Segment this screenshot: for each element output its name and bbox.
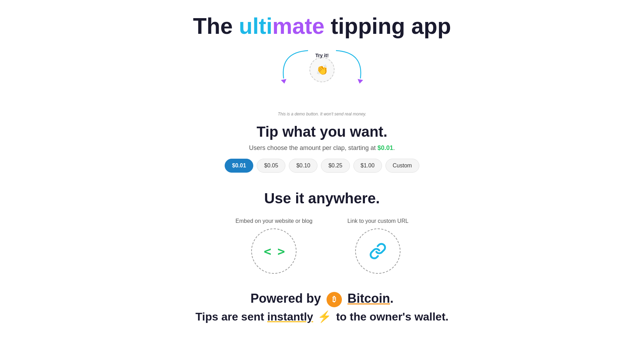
amount-btn-005[interactable]: $0.05 <box>257 159 285 173</box>
bitcoin-section: Powered by ₿ Bitcoin. Tips are sent inst… <box>165 291 479 323</box>
hero-title-before: The <box>193 14 239 39</box>
subtitle-after: . <box>393 144 395 151</box>
bitcoin-line: Powered by ₿ Bitcoin. <box>250 291 394 307</box>
arrows-container: Try it! 👏 <box>270 49 374 91</box>
instantly-line: Tips are sent instantly ⚡ to the owner's… <box>195 310 448 323</box>
page-container: The ultimate tipping app Try it! 👏 <box>165 14 479 323</box>
svg-marker-0 <box>281 79 287 84</box>
subtitle-highlight: $0.01 <box>377 144 393 151</box>
tip-section: Tip what you want. Users choose the amou… <box>165 123 479 173</box>
powered-before: Powered by <box>250 291 324 306</box>
demo-note: This is a demo button. It won't send rea… <box>278 112 366 116</box>
amount-btn-010[interactable]: $0.10 <box>289 159 317 173</box>
use-anywhere-icons: Embed on your website or blog < > Link t… <box>235 218 409 274</box>
tips-after: to the owner's wallet. <box>333 310 448 323</box>
amount-btn-100[interactable]: $1.00 <box>353 159 382 173</box>
use-anywhere-section: Use it anywhere. Embed on your website o… <box>165 190 479 274</box>
hero-title-ultimate-purple: mate <box>272 14 324 39</box>
bitcoin-icon: ₿ <box>327 292 342 307</box>
embed-label: Embed on your website or blog <box>235 218 313 224</box>
powered-after: . <box>390 291 394 306</box>
embed-icon-item: Embed on your website or blog < > <box>235 218 313 274</box>
amount-btn-custom[interactable]: Custom <box>385 159 419 173</box>
instantly-text: instantly <box>267 310 313 323</box>
amount-btn-001[interactable]: $0.01 <box>225 159 253 173</box>
link-icon-item: Link to your custom URL <box>347 218 409 274</box>
try-it-section: Try it! 👏 This is a demo button. It won'… <box>270 49 374 116</box>
tip-section-title: Tip what you want. <box>257 123 388 140</box>
embed-circle: < > <box>251 228 297 274</box>
use-anywhere-title: Use it anywhere. <box>264 190 380 207</box>
hero-title-after: tipping app <box>324 14 451 39</box>
svg-marker-1 <box>357 79 363 84</box>
hero-title: The ultimate tipping app <box>193 14 451 38</box>
subtitle-before: Users choose the amount per clap, starti… <box>249 144 377 151</box>
link-label: Link to your custom URL <box>347 218 409 224</box>
bitcoin-text: Bitcoin <box>347 291 390 306</box>
link-icon <box>369 242 387 260</box>
try-it-label: Try it! <box>315 53 329 58</box>
amount-buttons-group: $0.01 $0.05 $0.10 $0.25 $1.00 Custom <box>225 159 419 173</box>
link-circle <box>355 228 400 274</box>
tips-before: Tips are sent <box>195 310 267 323</box>
code-icon: < > <box>264 244 284 258</box>
tip-section-subtitle: Users choose the amount per clap, starti… <box>249 144 395 152</box>
try-it-label-container: Try it! <box>315 52 329 59</box>
amount-btn-025[interactable]: $0.25 <box>321 159 350 173</box>
lightning-emoji: ⚡ <box>317 310 331 323</box>
arrow-right-svg <box>325 49 371 87</box>
hero-title-ultimate-blue: ulti <box>239 14 272 39</box>
